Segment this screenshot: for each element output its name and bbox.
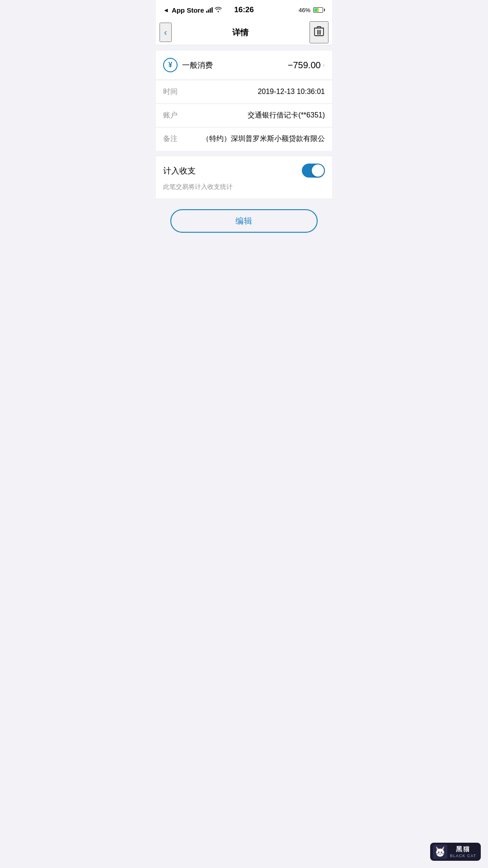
signal-icon xyxy=(206,7,213,13)
category-icon: ¥ xyxy=(163,58,178,72)
detail-label-account: 账户 xyxy=(163,110,190,120)
detail-value-time: 2019-12-13 10:36:01 xyxy=(197,87,325,97)
detail-section: 时间 2019-12-13 10:36:01 账户 交通银行借记卡(**6351… xyxy=(156,80,332,151)
back-button[interactable]: ‹ xyxy=(160,23,172,42)
detail-row-account: 账户 交通银行借记卡(**6351) xyxy=(156,104,332,127)
status-carrier: ◄ App Store xyxy=(163,6,222,14)
toggle-hint: 此笔交易将计入收支统计 xyxy=(163,183,325,198)
toggle-label: 计入收支 xyxy=(163,165,196,176)
edit-button[interactable]: 编辑 xyxy=(170,209,318,233)
toggle-row: 计入收支 xyxy=(163,164,325,183)
status-bar: ◄ App Store 16:26 46% ⚡ xyxy=(156,0,332,20)
detail-row-note: 备注 （特约）深圳普罗米斯小额贷款有限公 xyxy=(156,127,332,151)
detail-label-time: 时间 xyxy=(163,87,190,97)
detail-value-account: 交通银行借记卡(**6351) xyxy=(197,110,325,120)
amount-chevron-icon: › xyxy=(323,61,325,69)
battery-percent: 46% xyxy=(299,7,310,14)
category-row: ¥ 一般消费 −759.00 › xyxy=(156,51,332,80)
category-section: ¥ 一般消费 −759.00 › xyxy=(156,51,332,80)
category-name: 一般消费 xyxy=(182,60,213,70)
detail-label-note: 备注 xyxy=(163,134,190,144)
battery-icon: ⚡ xyxy=(313,7,325,13)
toggle-section: 计入收支 此笔交易将计入收支统计 xyxy=(156,156,332,198)
status-right: 46% ⚡ xyxy=(299,7,325,14)
detail-value-note: （特约）深圳普罗米斯小额贷款有限公 xyxy=(197,134,325,144)
wifi-icon xyxy=(215,7,222,14)
page-title: 详情 xyxy=(232,27,249,38)
edit-section: 编辑 xyxy=(156,198,332,244)
delete-button[interactable] xyxy=(310,21,328,43)
toggle-thumb xyxy=(312,164,324,177)
detail-row-time: 时间 2019-12-13 10:36:01 xyxy=(156,80,332,104)
include-income-toggle[interactable] xyxy=(302,164,325,178)
status-time: 16:26 xyxy=(234,5,253,14)
amount-row[interactable]: −759.00 › xyxy=(288,60,325,70)
amount-value: −759.00 xyxy=(288,60,321,70)
nav-bar: ‹ 详情 xyxy=(156,20,332,45)
